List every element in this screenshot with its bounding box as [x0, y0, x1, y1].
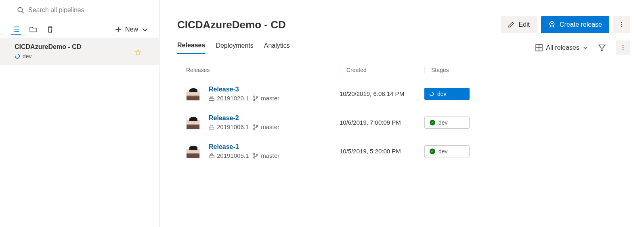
svg-point-30 [254, 153, 255, 155]
view-filter-label: All releases [546, 44, 579, 51]
header: CICDAzureDemo - CD Edit Create release [177, 16, 630, 33]
release-created: 10/20/2019, 6:08:14 PM [340, 90, 424, 97]
page-title: CICDAzureDemo - CD [177, 19, 501, 31]
build-seg: 20191006.1 [209, 123, 249, 130]
spinner-icon [429, 91, 434, 96]
new-label: New [125, 26, 138, 33]
release-created: 10/5/2019, 5:20:00 PM [340, 148, 424, 155]
build-number: 20191006.1 [217, 123, 249, 130]
stage-badge[interactable]: dev [424, 88, 470, 100]
branch-name: master [261, 152, 279, 159]
pencil-icon [508, 21, 514, 28]
tab-deployments[interactable]: Deployments [216, 42, 253, 53]
tab-releases[interactable]: Releases [177, 42, 205, 54]
col-created: Created [340, 67, 424, 73]
header-actions: Edit Create release [501, 16, 630, 33]
branch-seg: master [253, 95, 279, 102]
create-release-button[interactable]: Create release [541, 16, 609, 33]
tabs: Releases Deployments Analytics All relea… [177, 40, 630, 55]
svg-point-31 [254, 157, 255, 158]
branch-name: master [261, 95, 279, 102]
main: CICDAzureDemo - CD Edit Create release R… [159, 0, 644, 227]
folder-icon[interactable] [28, 24, 38, 35]
svg-rect-21 [209, 98, 214, 100]
tab-analytics[interactable]: Analytics [264, 42, 290, 53]
stage-badge[interactable]: ✓dev [424, 145, 470, 157]
branch-name: master [261, 123, 279, 130]
svg-point-19 [623, 47, 623, 48]
release-main: Release-120191005.1master [209, 143, 340, 159]
col-releases: Releases [186, 67, 340, 73]
build-number: 20191020.1 [217, 95, 249, 102]
avatar [186, 116, 200, 129]
svg-point-13 [621, 24, 622, 25]
build-icon [209, 95, 214, 101]
edit-label: Edit [518, 21, 530, 28]
edit-button[interactable]: Edit [501, 16, 537, 33]
build-number: 20191005.1 [217, 152, 249, 159]
pipeline-meta: dev [15, 53, 150, 59]
delete-icon[interactable] [45, 24, 55, 35]
search-icon [17, 6, 24, 14]
tabs-more-icon[interactable] [616, 40, 630, 55]
create-release-label: Create release [560, 21, 602, 28]
svg-point-14 [621, 26, 622, 27]
table-header: Releases Created Stages [177, 61, 484, 79]
release-stages: ✓dev [424, 117, 470, 129]
build-seg: 20191020.1 [209, 95, 249, 102]
pipeline-item[interactable]: CICDAzureDemo - CD dev ☆ [0, 38, 159, 65]
release-sub: 20191006.1master [209, 123, 340, 130]
chevron-down-icon [141, 26, 149, 33]
search-box[interactable] [0, 0, 151, 18]
svg-rect-29 [209, 156, 214, 158]
pipeline-env: dev [23, 53, 32, 59]
branch-icon [253, 95, 258, 101]
svg-point-28 [256, 125, 258, 127]
release-name-link[interactable]: Release-3 [209, 86, 340, 93]
col-stages: Stages [424, 67, 484, 73]
table-row[interactable]: Release-220191006.1master10/6/2019, 7:00… [177, 108, 484, 137]
build-icon [209, 153, 214, 159]
avatar [186, 87, 200, 101]
release-sub: 20191005.1master [209, 152, 340, 159]
list-view-icon[interactable] [11, 24, 21, 35]
svg-point-23 [254, 99, 255, 101]
build-seg: 20191005.1 [209, 152, 249, 159]
release-main: Release-220191006.1master [209, 115, 340, 130]
avatar [186, 144, 200, 158]
svg-line-1 [22, 11, 24, 13]
filter-icon[interactable] [595, 40, 609, 55]
favorite-star-icon[interactable]: ☆ [134, 47, 142, 58]
search-input[interactable] [28, 6, 143, 14]
release-main: Release-320191020.1master [209, 86, 340, 102]
svg-point-22 [254, 95, 255, 97]
svg-point-0 [18, 7, 22, 12]
header-more-icon[interactable] [613, 16, 630, 33]
table-row[interactable]: Release-120191005.1master10/5/2019, 5:20… [177, 137, 484, 165]
sidebar-toolbar: New [0, 18, 159, 38]
svg-point-32 [256, 154, 258, 155]
release-name-link[interactable]: Release-1 [209, 143, 340, 151]
grid-icon [535, 44, 543, 51]
stage-label: dev [437, 91, 447, 97]
stage-label: dev [438, 119, 448, 126]
release-sub: 20191020.1master [209, 95, 340, 102]
rocket-icon [548, 21, 556, 28]
svg-point-11 [552, 23, 553, 24]
release-name-link[interactable]: Release-2 [209, 115, 340, 122]
release-stages: dev [424, 88, 470, 100]
branch-seg: master [253, 123, 279, 130]
build-icon [209, 124, 214, 130]
stage-label: dev [438, 148, 448, 155]
progress-icon [15, 53, 20, 59]
check-icon: ✓ [430, 120, 435, 125]
release-created: 10/6/2019, 7:00:09 PM [340, 119, 424, 126]
view-filter-select[interactable]: All releases [535, 44, 588, 51]
stage-badge[interactable]: ✓dev [424, 117, 470, 129]
svg-point-27 [254, 128, 255, 129]
table-row[interactable]: Release-320191020.1master10/20/2019, 6:0… [177, 79, 484, 108]
new-button[interactable]: New [113, 25, 150, 34]
branch-seg: master [253, 152, 279, 159]
svg-point-12 [621, 22, 622, 23]
svg-point-20 [623, 49, 623, 50]
